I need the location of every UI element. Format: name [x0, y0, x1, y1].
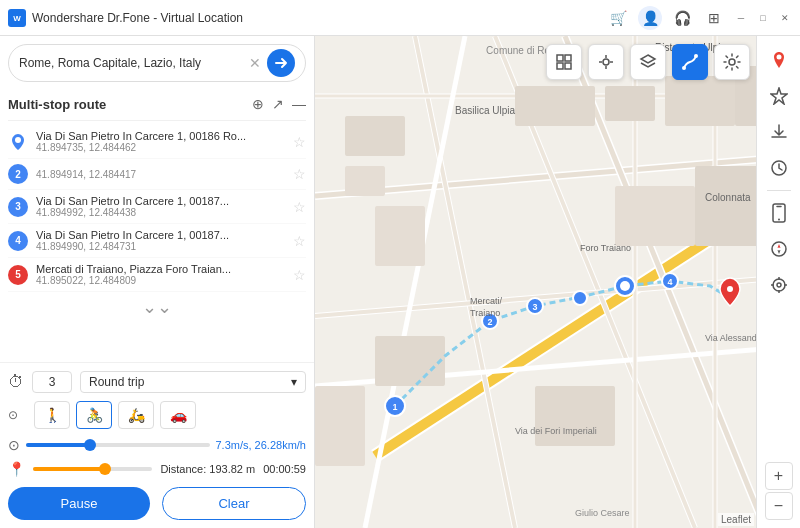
route-item-coords: 41.894914, 12.484417	[36, 169, 285, 180]
app-title: Wondershare Dr.Fone - Virtual Location	[32, 11, 600, 25]
svg-point-2	[15, 137, 21, 143]
maximize-button[interactable]: □	[756, 11, 770, 25]
route-item-star[interactable]: ☆	[293, 166, 306, 182]
route-item-star[interactable]: ☆	[293, 199, 306, 215]
compass-button[interactable]	[763, 233, 795, 265]
svg-rect-61	[557, 63, 563, 69]
search-clear-icon[interactable]: ✕	[249, 55, 261, 71]
maps-button[interactable]	[763, 44, 795, 76]
headset-icon[interactable]: 🎧	[670, 6, 694, 30]
clear-button[interactable]: Clear	[162, 487, 306, 520]
route-num: 2	[8, 164, 28, 184]
minimize-route-icon[interactable]: —	[292, 96, 306, 112]
clock-button[interactable]	[763, 152, 795, 184]
time-value: 00:00:59	[263, 463, 306, 475]
route-item-info: Mercati di Traiano, Piazza Foro Traian..…	[36, 263, 285, 286]
route-num: 3	[8, 197, 28, 217]
close-button[interactable]: ✕	[778, 11, 792, 25]
clock-icon: ⏱	[8, 373, 24, 391]
svg-rect-30	[615, 186, 695, 246]
route-item: 2 41.894914, 12.484417 ☆	[8, 159, 306, 190]
svg-rect-62	[565, 63, 571, 69]
speed-slider[interactable]	[26, 435, 210, 455]
svg-text:Basilica Ulpia: Basilica Ulpia	[455, 105, 515, 116]
add-route-icon[interactable]: ⊕	[252, 96, 264, 112]
cart-icon[interactable]: 🛒	[606, 6, 630, 30]
route-item-coords: 41.894992, 12.484438	[36, 207, 285, 218]
route-item: 5 Mercati di Traiano, Piazza Foro Traian…	[8, 258, 306, 292]
svg-text:1: 1	[392, 402, 397, 412]
route-num: 4	[8, 231, 28, 251]
svg-text:2: 2	[487, 317, 492, 327]
main-area: ✕ Multi-stop route ⊕ ↗ —	[0, 36, 800, 528]
svg-rect-59	[557, 55, 563, 61]
titlebar: W Wondershare Dr.Fone - Virtual Location…	[0, 0, 800, 36]
route-num: 5	[8, 265, 28, 285]
map-toolbar	[546, 44, 750, 80]
move-tool-button[interactable]	[588, 44, 624, 80]
map-svg: 1 2 3 4 Comune di Roma Basilica Ulpia Ri…	[315, 36, 800, 528]
zoom-in-button[interactable]: +	[765, 462, 793, 490]
distance-slider[interactable]	[33, 459, 152, 479]
svg-text:Traiano: Traiano	[470, 308, 500, 318]
svg-text:Giulio Cesare: Giulio Cesare	[575, 508, 630, 518]
search-go-button[interactable]	[267, 49, 295, 77]
route-item-coords: 41.894990, 12.484731	[36, 241, 285, 252]
route-item-address: Via Di San Pietro In Carcere 1, 00187...	[36, 229, 285, 241]
svg-rect-60	[565, 55, 571, 61]
map-area[interactable]: 1 2 3 4 Comune di Roma Basilica Ulpia Ri…	[315, 36, 800, 528]
search-bar: ✕	[8, 44, 306, 82]
minimize-button[interactable]: ─	[734, 11, 748, 25]
export-route-icon[interactable]: ↗	[272, 96, 284, 112]
app-logo: W	[8, 9, 26, 27]
trip-count-input[interactable]: 3	[32, 371, 72, 393]
svg-text:W: W	[13, 14, 21, 23]
transport-row: ⊙ 🚶 🚴 🛵 🚗	[8, 401, 306, 429]
route-item-address: Via Di San Pietro In Carcere 1, 00186 Ro…	[36, 130, 285, 142]
walk-button[interactable]: 🚶	[34, 401, 70, 429]
pause-button[interactable]: Pause	[8, 487, 150, 520]
svg-text:Mercati/: Mercati/	[470, 296, 503, 306]
svg-point-47	[573, 291, 587, 305]
phone-button[interactable]	[763, 197, 795, 229]
svg-rect-26	[515, 86, 595, 126]
route-item-star[interactable]: ☆	[293, 267, 306, 283]
route-panel: Multi-stop route ⊕ ↗ — Via Di San Pietro…	[0, 90, 314, 362]
car-button[interactable]: 🚗	[160, 401, 196, 429]
download-button[interactable]	[763, 116, 795, 148]
distance-row: 📍 Distance: 193.82 m 00:00:59	[8, 459, 306, 479]
distance-value: Distance: 193.82 m	[160, 463, 255, 475]
svg-rect-34	[535, 386, 615, 446]
route-item-star[interactable]: ☆	[293, 233, 306, 249]
svg-rect-24	[345, 116, 405, 156]
zoom-out-button[interactable]: −	[765, 492, 793, 520]
titlebar-icons: 🛒 👤 🎧 ⊞ ─ □ ✕	[606, 6, 792, 30]
bike-button[interactable]: 🚴	[76, 401, 112, 429]
target-button[interactable]	[763, 269, 795, 301]
svg-rect-28	[665, 76, 735, 126]
svg-text:4: 4	[667, 277, 672, 287]
zoom-controls: + −	[765, 462, 793, 520]
scooter-button[interactable]: 🛵	[118, 401, 154, 429]
route-tool-button[interactable]	[672, 44, 708, 80]
route-item-info: 41.894914, 12.484417	[36, 169, 285, 180]
svg-rect-32	[375, 336, 445, 386]
distance-icon: 📍	[8, 461, 25, 477]
route-item-address: Mercati di Traiano, Piazza Foro Traian..…	[36, 263, 285, 275]
user-icon[interactable]: 👤	[638, 6, 662, 30]
layers-tool-button[interactable]	[630, 44, 666, 80]
route-item-star[interactable]: ☆	[293, 134, 306, 150]
grid-icon[interactable]: ⊞	[702, 6, 726, 30]
star-button[interactable]	[763, 80, 795, 112]
speedometer-icon: ⊙	[8, 437, 20, 453]
search-input[interactable]	[19, 56, 243, 70]
settings-tool-button[interactable]	[714, 44, 750, 80]
trip-type-select[interactable]: Round trip ▾	[80, 371, 306, 393]
right-sidebar: + −	[756, 36, 800, 528]
svg-text:Via dei Fori Imperiali: Via dei Fori Imperiali	[515, 426, 597, 436]
svg-rect-33	[315, 386, 365, 466]
grid-tool-button[interactable]	[546, 44, 582, 80]
expand-route-icon[interactable]: ⌄⌄	[8, 292, 306, 322]
svg-point-69	[694, 54, 698, 58]
svg-point-75	[778, 219, 780, 221]
